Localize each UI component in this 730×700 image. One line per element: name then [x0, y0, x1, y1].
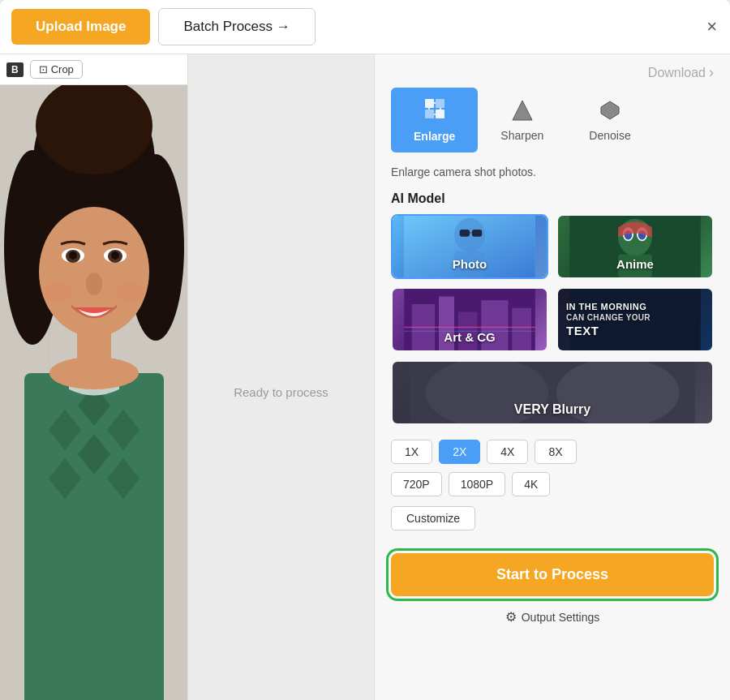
svg-point-17 [115, 282, 144, 302]
resolution-720p-button[interactable]: 720P [391, 472, 442, 496]
start-button-container: Start to Process [375, 540, 730, 601]
ready-to-process-text: Ready to process [234, 385, 328, 399]
gear-icon: ⚙ [505, 609, 517, 625]
sharpen-tab-label: Sharpen [500, 129, 543, 142]
tab-enlarge[interactable]: Enlarge [391, 88, 478, 152]
svg-rect-28 [425, 110, 434, 118]
svg-point-15 [86, 273, 102, 295]
svg-rect-40 [460, 230, 470, 237]
scale-4x-button[interactable]: 4X [487, 440, 528, 464]
svg-point-16 [44, 282, 73, 302]
customize-row: Customize [375, 503, 730, 540]
ai-model-title: AI Model [375, 188, 730, 214]
b-label: B [6, 62, 24, 77]
model-grid: Photo [375, 214, 730, 433]
close-button[interactable]: × [706, 18, 717, 36]
model-card-text[interactable]: IN THE MORNING CAN CHANGE YOUR Text [556, 287, 714, 352]
output-settings-label: Output Settings [522, 611, 600, 624]
portrait-svg [0, 85, 187, 700]
denoise-tab-label: Denoise [589, 129, 630, 142]
model-card-anime[interactable]: Anime [556, 214, 714, 279]
crop-button[interactable]: ⊡ Crop [30, 60, 83, 79]
enlarge-tab-icon [423, 97, 446, 125]
scale-2x-button[interactable]: 2X [439, 440, 480, 464]
customize-button[interactable]: Customize [391, 506, 475, 530]
sharpen-tab-icon [511, 99, 534, 124]
model-card-artcg[interactable]: Art & CG [391, 287, 548, 352]
download-label: Download [648, 66, 706, 80]
download-arrow: › [709, 64, 714, 81]
left-image-panel: B ⊡ Crop [0, 54, 188, 700]
batch-process-button[interactable]: Batch Process → [158, 8, 315, 45]
model-card-photo[interactable]: Photo [391, 214, 548, 279]
crop-icon: ⊡ [39, 63, 48, 75]
scale-1x-button[interactable]: 1X [391, 440, 432, 464]
resolution-4k-button[interactable]: 4K [512, 472, 550, 496]
middle-panel: Ready to process [188, 54, 375, 700]
download-row: Download › [375, 54, 730, 88]
tab-denoise[interactable]: Denoise [566, 88, 653, 152]
svg-point-13 [69, 251, 77, 260]
svg-marker-35 [601, 101, 619, 119]
mode-tabs: Enlarge Sharpen [375, 88, 730, 152]
svg-rect-29 [436, 110, 444, 118]
enlarge-tab-label: Enlarge [414, 130, 455, 143]
svg-point-14 [111, 251, 119, 260]
panels-row: B ⊡ Crop [0, 54, 730, 700]
image-top-bar: B ⊡ Crop [0, 54, 187, 85]
svg-point-25 [49, 357, 139, 389]
svg-rect-41 [472, 230, 482, 237]
svg-rect-27 [436, 99, 444, 108]
right-panel: Download › [375, 54, 730, 700]
photo-display [0, 85, 187, 700]
resolution-buttons-row: 720P 1080P 4K [375, 470, 730, 503]
download-button[interactable]: Download › [648, 64, 714, 81]
resolution-1080p-button[interactable]: 1080P [449, 472, 505, 496]
scale-8x-button[interactable]: 8X [535, 440, 576, 464]
crop-label: Crop [51, 63, 74, 75]
description: Enlarge camera shot photos. [375, 161, 730, 188]
output-settings-row[interactable]: ⚙ Output Settings [375, 601, 730, 633]
denoise-tab-icon [599, 99, 621, 124]
scale-buttons-row: 1X 2X 4X 8X [375, 433, 730, 470]
model-card-blurry[interactable]: VERY Blurry [391, 360, 714, 425]
svg-rect-55 [512, 308, 531, 350]
tab-sharpen[interactable]: Sharpen [478, 88, 566, 152]
header: Upload Image Batch Process → × [0, 0, 730, 54]
upload-button[interactable]: Upload Image [11, 9, 150, 45]
start-process-button[interactable]: Start to Process [391, 553, 714, 596]
app-window: Upload Image Batch Process → × B ⊡ Crop [0, 0, 730, 700]
svg-marker-34 [513, 101, 532, 120]
svg-rect-26 [425, 99, 434, 108]
